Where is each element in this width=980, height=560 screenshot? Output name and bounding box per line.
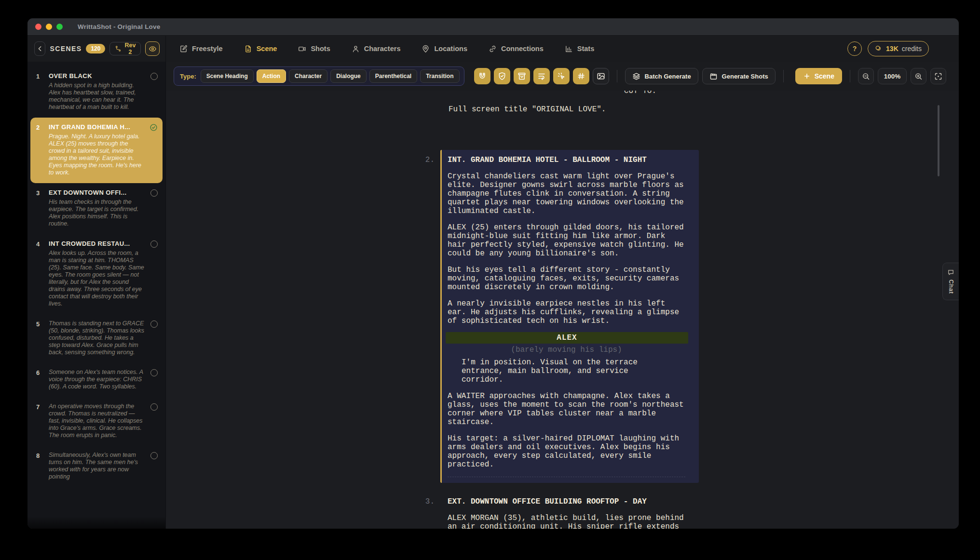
action-paragraph[interactable]: A nearly invisible earpiece nestles in h… xyxy=(448,299,685,325)
archive-box-icon xyxy=(517,72,526,80)
scene-content[interactable]: EXT. DOWNTOWN OFFICE BUILDING ROOFTOP - … xyxy=(440,497,699,529)
action-paragraph[interactable]: ALEX (25) enters through gilded doors, h… xyxy=(448,223,685,258)
scene-item-number: 2 xyxy=(36,123,49,176)
preview-toggle-button[interactable] xyxy=(145,41,160,56)
batch-generate-button[interactable]: Batch Generate xyxy=(625,68,698,84)
scene-list-item-6[interactable]: 6Someone on Alex's team notices. A voice… xyxy=(30,363,163,397)
title-bar: WrittaShot - Original Love xyxy=(27,18,959,36)
status-circle-icon[interactable] xyxy=(150,320,158,328)
scenes-count-badge: 120 xyxy=(86,44,105,53)
type-button-action[interactable]: Action xyxy=(257,69,286,83)
type-button-scene-heading[interactable]: Scene Heading xyxy=(201,69,254,83)
scene-item-content: Someone on Alex's team notices. A voice … xyxy=(49,369,149,390)
scene-list-item-3[interactable]: 3EXT DOWNTOWN OFFI...His team checks in … xyxy=(30,183,163,234)
zoom-out-icon xyxy=(862,72,870,80)
hash-button[interactable] xyxy=(573,68,589,84)
scene-heading[interactable]: INT. GRAND BOHEMIA HOTEL - BALLROOM - NI… xyxy=(448,156,685,164)
scenes-sidebar: 1OVER BLACKA hidden spot in a high build… xyxy=(27,62,166,529)
zoom-level-indicator[interactable]: 100% xyxy=(878,68,907,84)
element-type-group: Type: Scene HeadingActionCharacterDialog… xyxy=(174,67,464,86)
type-button-dialogue[interactable]: Dialogue xyxy=(330,69,367,83)
shield-check-button[interactable] xyxy=(494,68,510,84)
status-circle-icon[interactable] xyxy=(150,240,158,248)
scene-item-content: OVER BLACKA hidden spot in a high buildi… xyxy=(49,72,149,111)
file-icon xyxy=(244,45,252,53)
type-button-parenthetical[interactable]: Parenthetical xyxy=(369,69,417,83)
tab-freestyle[interactable]: Freestyle xyxy=(179,45,223,53)
zoom-in-button[interactable] xyxy=(911,68,926,84)
intro-line[interactable]: Full screen title "ORIGINAL LOVE". xyxy=(419,105,699,114)
scene-item-title: OVER BLACK xyxy=(49,72,145,80)
notebook-pen-icon xyxy=(179,45,188,53)
scene-heading[interactable]: EXT. DOWNTOWN OFFICE BUILDING ROOFTOP - … xyxy=(448,497,685,506)
plus-icon xyxy=(803,72,811,80)
help-button[interactable]: ? xyxy=(847,41,862,56)
status-circle-icon[interactable] xyxy=(150,369,158,376)
revision-label: Rev 2 xyxy=(124,42,136,55)
zoom-out-button[interactable] xyxy=(858,68,874,84)
scene-item-description: A hidden spot in a high building. Alex h… xyxy=(49,82,145,111)
tab-stats[interactable]: Stats xyxy=(565,45,594,53)
tab-characters[interactable]: Characters xyxy=(352,45,401,53)
tab-connections[interactable]: Connections xyxy=(489,45,544,53)
collapse-sidebar-button[interactable] xyxy=(34,41,45,56)
script-editor[interactable]: CUT TO: Full screen title "ORIGINAL LOVE… xyxy=(166,91,959,529)
check-circle-icon[interactable] xyxy=(150,123,158,176)
scene-list-item-1[interactable]: 1OVER BLACKA hidden spot in a high build… xyxy=(30,67,163,118)
scene-item-content: An operative moves through the crowd. Th… xyxy=(49,403,149,439)
add-scene-label: Scene xyxy=(815,72,834,80)
parenthetical[interactable]: (barely moving his lips) xyxy=(448,346,685,354)
close-window-button[interactable] xyxy=(35,24,41,30)
scene-number: 3. xyxy=(419,497,440,529)
editor-scrollbar[interactable] xyxy=(938,105,939,176)
scene-item-description: Simultaneously, Alex's own team turns on… xyxy=(49,452,145,480)
minimize-window-button[interactable] xyxy=(46,24,52,30)
action-paragraph[interactable]: Crystal chandeliers cast warm light over… xyxy=(448,172,685,215)
scene-list-item-4[interactable]: 4INT CROWDED RESTAU...Alex looks up. Acr… xyxy=(30,234,163,314)
tab-scene[interactable]: Scene xyxy=(244,45,277,53)
desktop: WrittaShot - Original Love SCENES 120 Re… xyxy=(0,0,980,560)
scene-item-status xyxy=(149,369,158,390)
cursor-click-button[interactable] xyxy=(553,68,570,84)
scene-list-item-2[interactable]: 2INT GRAND BOHEMIA H...Prague. Night. A … xyxy=(30,118,163,183)
status-circle-icon[interactable] xyxy=(150,189,158,197)
add-scene-button[interactable]: Scene xyxy=(795,68,842,84)
magnet-button[interactable] xyxy=(474,68,490,84)
tab-shots[interactable]: Shots xyxy=(298,45,330,53)
credits-button[interactable]: 13K credits xyxy=(868,41,929,56)
scene-item-number: 4 xyxy=(36,240,49,307)
magnet-icon xyxy=(478,72,487,80)
cursor-click-icon xyxy=(557,72,566,80)
image-button[interactable] xyxy=(593,68,609,84)
dialogue-line[interactable]: I'm in position. Visual on the terrace e… xyxy=(448,358,645,384)
status-circle-icon[interactable] xyxy=(150,452,158,459)
status-circle-icon[interactable] xyxy=(150,73,158,80)
tab-label: Scene xyxy=(257,45,277,53)
archive-box-button[interactable] xyxy=(514,68,530,84)
generate-shots-button[interactable]: Generate Shots xyxy=(702,68,776,84)
fit-view-button[interactable] xyxy=(930,68,946,84)
revision-selector[interactable]: Rev 2 xyxy=(109,42,141,55)
action-paragraph[interactable]: ALEX MORGAN (35), athletic build, lies p… xyxy=(448,514,685,529)
scene-list-item-5[interactable]: 5Thomas is standing next to GRACE (50, b… xyxy=(30,314,163,363)
scene-list-item-7[interactable]: 7An operative moves through the crowd. T… xyxy=(30,397,163,446)
action-paragraph[interactable]: But his eyes tell a different story - co… xyxy=(448,266,685,292)
type-button-character[interactable]: Character xyxy=(289,69,327,83)
tab-label: Stats xyxy=(577,45,594,53)
scene-content[interactable]: INT. GRAND BOHEMIA HOTEL - BALLROOM - NI… xyxy=(440,150,699,483)
scene-item-content: Simultaneously, Alex's own team turns on… xyxy=(49,452,149,480)
wrap-text-button[interactable] xyxy=(533,68,550,84)
image-icon xyxy=(597,72,605,80)
header-right-controls: ? 13K credits xyxy=(847,36,959,62)
scene-list-item-8[interactable]: 8Simultaneously, Alex's own team turns o… xyxy=(30,446,163,487)
status-circle-icon[interactable] xyxy=(150,403,158,411)
character-cue[interactable]: ALEX xyxy=(446,332,688,344)
action-paragraph[interactable]: His target: a silver-haired DIPLOMAT lau… xyxy=(448,434,685,469)
sidebar-header: SCENES 120 Rev 2 xyxy=(27,36,166,62)
tab-locations[interactable]: Locations xyxy=(422,45,467,53)
type-button-transition[interactable]: Transition xyxy=(420,69,459,83)
transition-line[interactable]: CUT TO: xyxy=(419,91,699,95)
chat-panel-tab[interactable]: Chat xyxy=(942,263,959,300)
action-paragraph[interactable]: A WAITER approaches with champagne. Alex… xyxy=(448,392,685,427)
zoom-window-button[interactable] xyxy=(56,24,63,30)
